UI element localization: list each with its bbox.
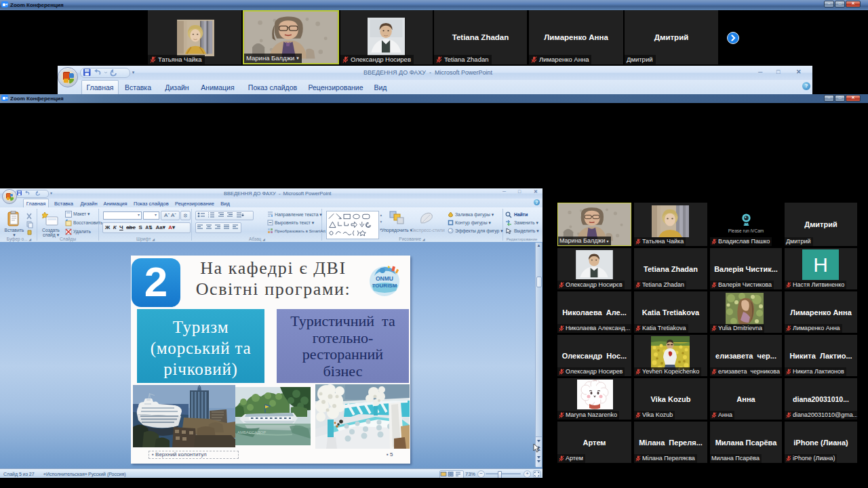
svg-text:ONMU: ONMU xyxy=(376,275,393,282)
svg-text:АМБАССАДОР: АМБАССАДОР xyxy=(237,430,266,434)
svg-text:TOURISM: TOURISM xyxy=(372,283,397,289)
